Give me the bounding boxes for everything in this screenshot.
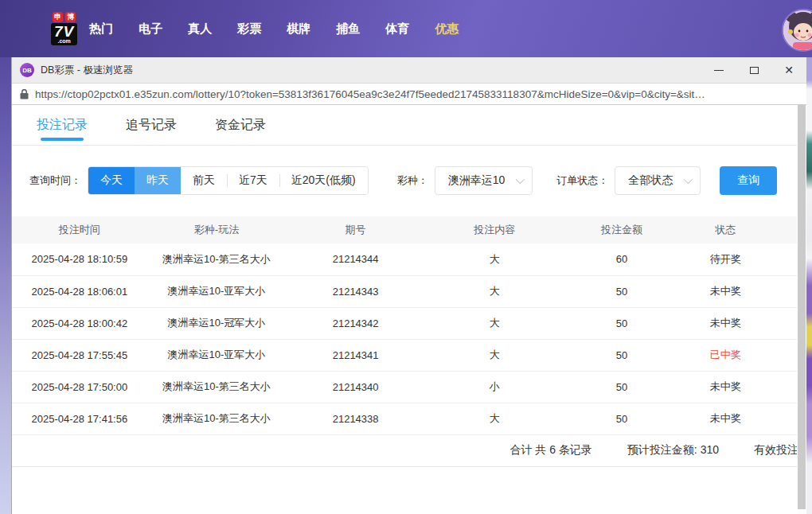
time-option-yesterday[interactable]: 昨天 (135, 167, 181, 194)
vertical-scrollbar[interactable] (797, 105, 806, 514)
logo-wordmark: 7V .com (51, 23, 77, 45)
time-option-today[interactable]: 今天 (88, 167, 135, 194)
table-row: 2025-04-28 18:00:42澳洲幸运10-冠军大小21214342大5… (12, 307, 806, 339)
cell-amount: 50 (564, 339, 680, 371)
close-icon: ✕ (784, 64, 794, 76)
nav-item-fishing[interactable]: 捕鱼 (335, 21, 361, 37)
window-titlebar: DB DB彩票 - 极速浏览器 ✕ (12, 57, 806, 83)
cell-issue: 21214343 (286, 275, 425, 307)
table-row: 2025-04-28 17:41:56澳洲幸运10-第三名大小21214338大… (12, 403, 806, 434)
logo-badge-right: 博 (65, 12, 76, 22)
nav-item-hot[interactable]: 热门 (88, 21, 114, 37)
column-bet-amount: 投注金额 (564, 216, 680, 243)
cell-content: 小 (425, 371, 564, 403)
column-status: 状态 (679, 216, 806, 243)
minimize-button[interactable] (701, 57, 736, 83)
cell-status: 未中奖 (679, 371, 806, 403)
cell-content: 大 (425, 307, 564, 339)
cell-issue: 21214341 (286, 339, 425, 371)
chevron-down-icon (516, 175, 525, 184)
avatar-image (783, 10, 812, 50)
summary-total-records: 合计 共 6 条记录 (509, 443, 591, 458)
table-body: 2025-04-28 18:10:59澳洲幸运10-第三名大小21214344大… (12, 243, 806, 434)
url-text: https://ctop02pctx01.e35zun.com/lottery/… (35, 88, 705, 100)
table-row: 2025-04-28 18:10:59澳洲幸运10-第三名大小21214344大… (12, 243, 806, 275)
cell-game: 澳洲幸运10-第三名大小 (147, 243, 287, 275)
nav-item-sports[interactable]: 体育 (385, 21, 410, 37)
cell-game: 澳洲幸运10-冠军大小 (147, 307, 287, 339)
cell-issue: 21214344 (286, 243, 425, 275)
cell-status: 未中奖 (679, 307, 806, 339)
table-row: 2025-04-28 17:55:45澳洲幸运10-亚军大小21214341大5… (12, 339, 806, 371)
cell-time: 2025-04-28 18:06:01 (12, 275, 147, 307)
cell-time: 2025-04-28 18:10:59 (12, 243, 147, 275)
cell-time: 2025-04-28 17:55:45 (12, 339, 147, 371)
lottery-select[interactable]: 澳洲幸运10 (435, 166, 533, 195)
cell-amount: 50 (564, 307, 680, 339)
nav-item-live[interactable]: 真人 (187, 21, 213, 37)
casino-topbar: 申 博 7V .com 热门 电子 真人 彩票 棋牌 捕鱼 体育 优惠 (0, 0, 812, 57)
tab-bar: 投注记录 追号记录 资金记录 (12, 105, 806, 146)
column-game-play: 彩种-玩法 (147, 216, 287, 243)
cell-game: 澳洲幸运10-亚军大小 (147, 339, 287, 371)
lottery-filter-label: 彩种： (397, 173, 428, 188)
cell-game: 澳洲幸运10-第三名大小 (147, 371, 287, 403)
time-option-7days[interactable]: 近7天 (227, 167, 279, 194)
maximize-icon (750, 67, 759, 74)
bet-records-table: 投注时间 彩种-玩法 期号 投注内容 投注金额 状态 2025-04-28 18… (12, 216, 806, 435)
window-controls: ✕ (701, 57, 806, 83)
nav-item-lottery[interactable]: 彩票 (236, 21, 262, 37)
nav-item-slots[interactable]: 电子 (138, 21, 163, 37)
tab-fund-records[interactable]: 资金记录 (214, 105, 267, 145)
time-option-20days[interactable]: 近20天(低频) (279, 167, 368, 194)
tab-chase-records[interactable]: 追号记录 (125, 105, 178, 145)
cell-time: 2025-04-28 17:41:56 (12, 403, 147, 434)
filter-row: 查询时间： 今天 昨天 前天 近7天 近20天(低频) 彩种： 澳洲幸运10 订… (12, 146, 806, 195)
cell-content: 大 (425, 275, 564, 307)
cell-status: 未中奖 (679, 275, 806, 307)
cell-issue: 21214338 (286, 403, 425, 434)
cell-amount: 50 (564, 403, 680, 434)
cell-time: 2025-04-28 17:50:00 (12, 371, 147, 403)
lock-icon (20, 89, 29, 99)
cell-game: 澳洲幸运10-第三名大小 (147, 403, 287, 434)
close-button[interactable]: ✕ (771, 57, 806, 83)
cell-amount: 60 (564, 243, 680, 275)
window-title: DB彩票 - 极速浏览器 (41, 64, 133, 77)
cell-status: 未中奖 (679, 403, 806, 434)
nav-item-cards[interactable]: 棋牌 (286, 21, 311, 37)
time-option-daybefore[interactable]: 前天 (181, 167, 227, 194)
time-range-segmented-control: 今天 昨天 前天 近7天 近20天(低频) (88, 166, 369, 195)
main-nav: 热门 电子 真人 彩票 棋牌 捕鱼 体育 优惠 (88, 21, 459, 37)
column-bet-time: 投注时间 (12, 216, 147, 243)
user-avatar[interactable] (782, 9, 812, 52)
cell-status: 已中奖 (679, 339, 806, 371)
cell-game: 澳洲幸运10-亚军大小 (147, 275, 287, 307)
cell-amount: 50 (564, 275, 680, 307)
logo-red-badges: 申 博 (53, 12, 76, 22)
table-row: 2025-04-28 18:06:01澳洲幸运10-亚军大小21214343大5… (12, 275, 806, 307)
search-button[interactable]: 查询 (720, 166, 777, 195)
cell-content: 大 (425, 339, 564, 371)
minimize-icon (714, 70, 724, 71)
nav-item-promo[interactable]: 优惠 (434, 21, 459, 37)
logo-main-text: 7V (54, 24, 74, 39)
background-page-sliver (806, 57, 812, 514)
page-content: 投注记录 追号记录 资金记录 查询时间： 今天 昨天 前天 近7天 近20天(低… (12, 105, 806, 514)
maximize-button[interactable] (736, 57, 771, 83)
lottery-select-value: 澳洲幸运10 (448, 173, 506, 188)
cell-content: 大 (425, 403, 564, 434)
tab-bet-records[interactable]: 投注记录 (36, 105, 88, 145)
column-bet-content: 投注内容 (425, 216, 564, 243)
time-filter-label: 查询时间： (29, 173, 81, 188)
table-row: 2025-04-28 17:50:00澳洲幸运10-第三名大小21214340小… (12, 371, 806, 403)
scrollbar-thumb[interactable] (798, 105, 806, 509)
browser-window: DB DB彩票 - 极速浏览器 ✕ https://ctop02pctx01.e… (11, 57, 806, 514)
logo-suffix-text: .com (57, 38, 70, 44)
summary-bar: 合计 共 6 条记录 预计投注金额: 310 有效投注金 (12, 435, 806, 467)
logo-badge-left: 申 (53, 12, 63, 22)
address-bar[interactable]: https://ctop02pctx01.e35zun.com/lottery/… (12, 83, 806, 105)
column-issue: 期号 (286, 216, 425, 243)
site-logo[interactable]: 申 博 7V .com (51, 12, 77, 45)
order-status-select[interactable]: 全部状态 (615, 166, 701, 195)
